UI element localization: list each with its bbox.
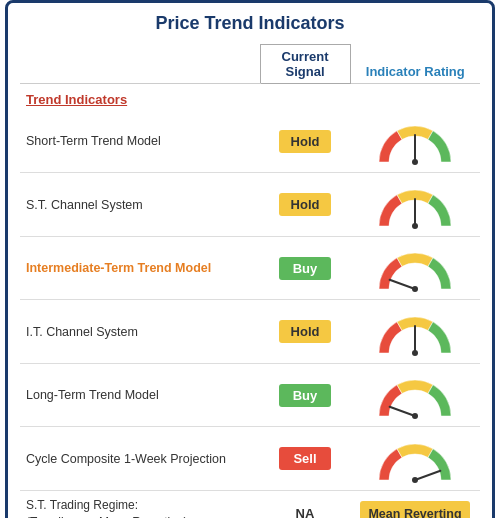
- rating-cell: [350, 301, 480, 364]
- label-cell: Cycle Composite 1-Week Projection: [20, 428, 260, 491]
- signal-badge: Hold: [279, 130, 331, 153]
- label-cell: Intermediate-Term Trend Model: [20, 237, 260, 300]
- signal-cell: Buy: [260, 364, 350, 427]
- gauge: [356, 180, 474, 230]
- table-row: S.T. Channel System Hold: [20, 174, 480, 237]
- row-label: Short-Term Trend Model: [26, 134, 161, 148]
- signal-badge: Buy: [279, 257, 331, 280]
- label-cell: S.T. Channel System: [20, 174, 260, 237]
- svg-line-4: [390, 280, 415, 289]
- table-row: Intermediate-Term Trend Model Buy: [20, 237, 480, 300]
- label-cell: S.T. Trading Regime: (Trending vs. Mean …: [20, 491, 260, 518]
- row-label: S.T. Channel System: [26, 198, 143, 212]
- rating-cell: [350, 364, 480, 427]
- label-cell: I.T. Channel System: [20, 301, 260, 364]
- header-signal-col: Current Signal: [260, 45, 350, 84]
- rating-cell: [350, 428, 480, 491]
- signal-badge: Buy: [279, 384, 331, 407]
- svg-point-5: [412, 286, 418, 292]
- svg-line-8: [390, 407, 415, 416]
- row-label: I.T. Channel System: [26, 325, 138, 339]
- svg-point-3: [412, 223, 418, 229]
- signal-cell: Buy: [260, 237, 350, 300]
- gauge: [356, 243, 474, 293]
- signal-cell: Hold: [260, 110, 350, 173]
- signal-badge: Hold: [279, 193, 331, 216]
- rating-cell: [350, 174, 480, 237]
- signal-cell: Hold: [260, 174, 350, 237]
- row-label: Cycle Composite 1-Week Projection: [26, 452, 226, 466]
- svg-point-7: [412, 350, 418, 356]
- gauge: [356, 434, 474, 484]
- page-title: Price Trend Indicators: [20, 13, 480, 34]
- row-label-line2: (Trending vs. Mean Reverting): [26, 514, 254, 518]
- row-label: Long-Term Trend Model: [26, 388, 159, 402]
- header-rating-col: Indicator Rating: [350, 45, 480, 84]
- mean-reverting-badge: Mean Reverting: [360, 501, 470, 518]
- signal-cell: Sell: [260, 428, 350, 491]
- svg-point-11: [412, 477, 418, 483]
- table-row: I.T. Channel System Hold: [20, 301, 480, 364]
- signal-cell: Hold: [260, 301, 350, 364]
- row-label-multiline: S.T. Trading Regime: (Trending vs. Mean …: [26, 497, 254, 518]
- label-cell: Short-Term Trend Model: [20, 110, 260, 173]
- mean-reverting-cell: Mean Reverting: [350, 491, 480, 518]
- svg-point-9: [412, 413, 418, 419]
- svg-line-10: [415, 470, 440, 479]
- row-label: Intermediate-Term Trend Model: [26, 261, 211, 275]
- table-row: S.T. Trading Regime: (Trending vs. Mean …: [20, 491, 480, 518]
- trend-indicators-label[interactable]: Trend Indicators: [26, 92, 127, 107]
- svg-point-1: [412, 159, 418, 165]
- row-label-line1: S.T. Trading Regime:: [26, 497, 254, 514]
- table-row: Long-Term Trend Model Buy: [20, 364, 480, 427]
- rating-cell: [350, 237, 480, 300]
- signal-cell: NA: [260, 491, 350, 518]
- header-label-col: [20, 45, 260, 84]
- price-trend-card: Price Trend Indicators Current Signal In…: [5, 0, 495, 518]
- gauge: [356, 370, 474, 420]
- gauge: [356, 116, 474, 166]
- rating-cell: [350, 110, 480, 173]
- gauge: [356, 307, 474, 357]
- section-header-row: Trend Indicators: [20, 84, 480, 111]
- signal-badge: Sell: [279, 447, 331, 470]
- label-cell: Long-Term Trend Model: [20, 364, 260, 427]
- signal-badge: Hold: [279, 320, 331, 343]
- table-row: Short-Term Trend Model Hold: [20, 110, 480, 173]
- na-badge: NA: [296, 506, 315, 518]
- table-row: Cycle Composite 1-Week Projection Sell: [20, 428, 480, 491]
